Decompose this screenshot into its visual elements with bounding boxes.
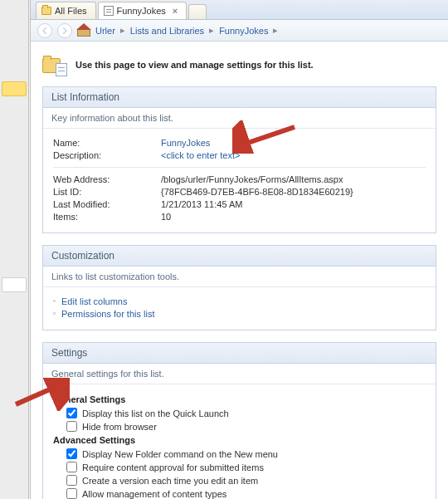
advanced-settings-label: Advanced Settings xyxy=(53,435,426,445)
chevron-right-icon: ▸ xyxy=(120,25,125,36)
chevron-right-icon: ▸ xyxy=(209,25,214,36)
checkbox-input[interactable] xyxy=(66,408,77,418)
list-id-value: {78FCB469-D7EB-4BF6-8E08-8D1834E60219} xyxy=(161,187,426,197)
checkbox-label: Require content approval for submitted i… xyxy=(82,462,264,472)
checkbox-hide-browser[interactable]: Hide from browser xyxy=(66,421,426,432)
field-label: List ID: xyxy=(53,187,161,197)
checkbox-label: Hide from browser xyxy=(82,422,157,432)
checkbox-content-approval[interactable]: Require content approval for submitted i… xyxy=(66,462,426,472)
panel-subheader: Links to list customization tools. xyxy=(43,267,436,287)
field-label: Description: xyxy=(53,150,161,160)
checkbox-quick-launch[interactable]: Display this list on the Quick Launch xyxy=(66,408,426,418)
field-label: Last Modified: xyxy=(53,199,161,209)
checkbox-input[interactable] xyxy=(66,448,77,459)
panel-header: Customization xyxy=(43,246,436,267)
panel-subheader: General settings for this list. xyxy=(43,364,436,384)
items-count-value: 10 xyxy=(161,212,426,222)
panel-header: Settings xyxy=(43,343,436,364)
content-area: Use this page to view and manage setting… xyxy=(31,42,448,499)
checkbox-input[interactable] xyxy=(66,488,77,499)
divider xyxy=(53,167,426,168)
list-settings-icon xyxy=(42,55,67,75)
checkbox-input[interactable] xyxy=(66,475,77,486)
checkbox-new-folder[interactable]: Display New Folder command on the New me… xyxy=(66,448,426,459)
home-icon[interactable] xyxy=(77,25,90,37)
nav-forward-button[interactable] xyxy=(57,23,72,38)
crumb-lists[interactable]: Lists and Libraries xyxy=(130,26,204,36)
checkbox-label: Allow management of content types xyxy=(82,489,226,499)
checkbox-input[interactable] xyxy=(66,462,77,472)
panel-settings: Settings General settings for this list.… xyxy=(42,342,436,499)
folder-icon xyxy=(41,7,51,15)
crumb-current[interactable]: FunnyJokes xyxy=(219,26,268,36)
new-tab-button[interactable] xyxy=(188,4,207,19)
close-icon[interactable]: × xyxy=(173,6,178,16)
checkbox-label: Create a version each time you edit an i… xyxy=(82,476,258,486)
gutter-block xyxy=(2,277,27,292)
panel-customization: Customization Links to list customizatio… xyxy=(42,245,436,330)
gutter-selection xyxy=(2,81,27,96)
checkbox-content-types[interactable]: Allow management of content types xyxy=(66,488,426,499)
web-address-value: /blogs/urler/FunnyJokes/Forms/AllItems.a… xyxy=(161,174,426,184)
checkbox-versioning[interactable]: Create a version each time you edit an i… xyxy=(66,475,426,486)
checkbox-label: Display New Folder command on the New me… xyxy=(82,449,278,459)
panel-header: List Information xyxy=(43,87,436,108)
link-edit-columns[interactable]: Edit list columns xyxy=(53,296,426,306)
tab-label: All Files xyxy=(55,6,87,16)
checkbox-label: Display this list on the Quick Launch xyxy=(82,408,229,418)
tab-all-files[interactable]: All Files xyxy=(36,2,96,19)
breadcrumb-bar: Urler ▸ Lists and Libraries ▸ FunnyJokes… xyxy=(31,20,448,42)
panel-subheader: Key information about this list. xyxy=(43,108,436,129)
page-header: Use this page to view and manage setting… xyxy=(42,55,436,75)
list-name-value[interactable]: FunnyJokes xyxy=(161,138,426,148)
general-settings-label: General Settings xyxy=(53,394,426,404)
tab-label: FunnyJokes xyxy=(117,6,166,16)
tab-strip: All Files FunnyJokes × xyxy=(31,0,448,20)
field-label: Web Address: xyxy=(53,174,161,184)
left-gutter xyxy=(0,0,29,499)
page-intro: Use this page to view and manage setting… xyxy=(75,60,314,70)
panel-list-information: List Information Key information about t… xyxy=(42,86,436,233)
link-permissions[interactable]: Permissions for this list xyxy=(53,309,426,319)
field-label: Items: xyxy=(53,212,161,222)
checkbox-input[interactable] xyxy=(66,421,77,432)
list-description-value[interactable]: <click to enter text> xyxy=(161,150,426,160)
field-label: Name: xyxy=(53,138,161,148)
list-icon xyxy=(104,6,114,16)
nav-back-button[interactable] xyxy=(37,23,52,38)
chevron-right-icon: ▸ xyxy=(273,25,278,36)
tab-funnyjokes[interactable]: FunnyJokes × xyxy=(98,2,187,19)
crumb-home[interactable]: Urler xyxy=(95,26,115,36)
last-modified-value: 1/21/2013 11:45 AM xyxy=(161,199,426,209)
